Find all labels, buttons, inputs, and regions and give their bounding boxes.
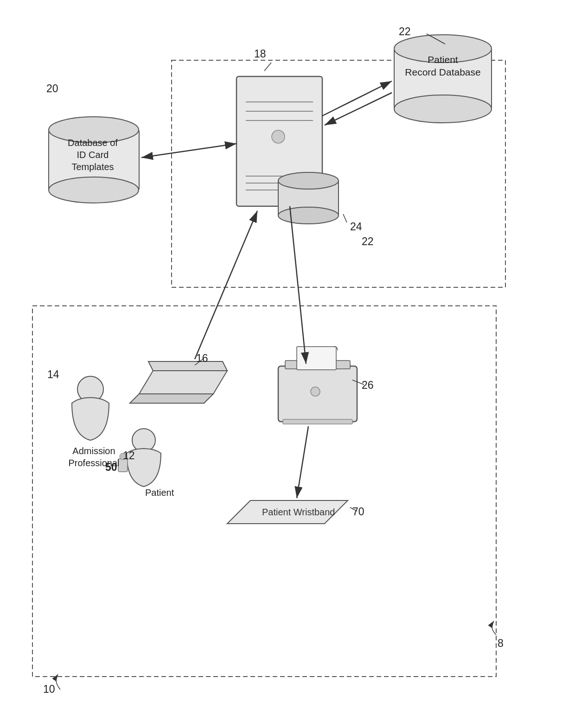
svg-line-43 xyxy=(264,63,271,71)
svg-point-28 xyxy=(311,387,320,396)
svg-rect-3 xyxy=(172,60,505,287)
id-card-templates-label: Database ofID CardTemplates xyxy=(44,137,141,173)
svg-point-7 xyxy=(394,95,492,123)
svg-line-36 xyxy=(322,81,392,116)
svg-line-37 xyxy=(325,93,392,125)
svg-line-39 xyxy=(195,211,257,359)
ref-16: 16 xyxy=(196,352,208,365)
svg-line-41 xyxy=(297,426,308,498)
ref-10: 10 xyxy=(43,683,55,696)
ref-24: 24 xyxy=(350,221,362,233)
admission-professional-label: AdmissionProfessional xyxy=(53,445,134,469)
svg-point-33 xyxy=(132,429,155,452)
ref-50: 50 xyxy=(105,461,117,474)
ref-26: 26 xyxy=(362,379,374,392)
svg-line-44 xyxy=(343,214,347,222)
svg-text:Patient Wristband: Patient Wristband xyxy=(262,507,335,517)
svg-point-10 xyxy=(49,177,139,203)
svg-point-15 xyxy=(272,130,285,143)
svg-marker-22 xyxy=(139,371,227,394)
ref-70: 70 xyxy=(352,506,364,518)
svg-line-38 xyxy=(141,144,236,158)
ref-14: 14 xyxy=(47,368,59,381)
patient-label: Patient xyxy=(145,487,192,499)
svg-rect-27 xyxy=(297,347,336,370)
ref-20: 20 xyxy=(46,82,58,95)
ref-22-second: 22 xyxy=(362,235,374,248)
svg-line-42 xyxy=(427,34,445,44)
svg-point-21 xyxy=(278,207,339,224)
svg-line-40 xyxy=(290,206,306,364)
svg-rect-11 xyxy=(236,76,322,206)
patient-record-db-label: PatientRecord Database xyxy=(394,53,492,79)
svg-point-20 xyxy=(278,172,339,189)
svg-rect-4 xyxy=(32,306,496,677)
ref-12: 12 xyxy=(123,449,135,462)
svg-marker-23 xyxy=(130,394,213,403)
svg-point-32 xyxy=(77,376,103,402)
svg-rect-26 xyxy=(285,361,350,369)
ref-18: 18 xyxy=(254,48,266,60)
svg-rect-19 xyxy=(278,181,339,215)
ref-8: 8 xyxy=(498,637,504,650)
svg-marker-24 xyxy=(148,361,227,371)
ref-22-top: 22 xyxy=(399,25,411,38)
svg-rect-25 xyxy=(278,366,357,422)
svg-rect-29 xyxy=(283,419,352,424)
svg-marker-30 xyxy=(227,500,348,524)
